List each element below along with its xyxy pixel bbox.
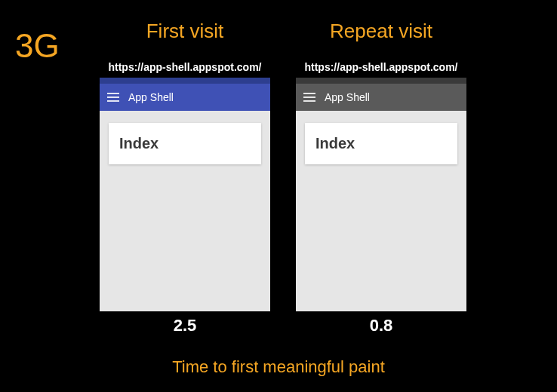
repeat-visit-heading: Repeat visit [330, 20, 432, 43]
repeat-visit-phone-screenshot: App Shell Index [296, 78, 466, 311]
app-content: Index [100, 111, 270, 311]
app-content: Index [296, 111, 466, 311]
first-visit-column: First visit https://app-shell.appspot.co… [98, 20, 272, 335]
app-bar-title: App Shell [128, 91, 174, 103]
first-visit-heading: First visit [146, 20, 224, 43]
content-card: Index [109, 123, 261, 164]
card-title: Index [315, 135, 447, 152]
app-bar: App Shell [100, 84, 270, 111]
status-bar [100, 78, 270, 84]
app-bar-title: App Shell [325, 91, 370, 103]
first-visit-timing: 2.5 [174, 316, 197, 335]
repeat-visit-column: Repeat visit https://app-shell.appspot.c… [294, 20, 468, 335]
hamburger-icon [303, 93, 315, 102]
repeat-visit-timing: 0.8 [370, 316, 393, 335]
status-bar [296, 78, 466, 84]
network-label: 3G [15, 27, 60, 65]
first-visit-url: https://app-shell.appspot.com/ [108, 61, 261, 73]
app-bar: App Shell [296, 84, 466, 111]
repeat-visit-url: https://app-shell.appspot.com/ [304, 61, 457, 73]
hamburger-icon [107, 93, 119, 102]
footer-caption: Time to first meaningful paint [0, 357, 557, 377]
first-visit-phone-screenshot: App Shell Index [100, 78, 270, 311]
content-card: Index [305, 123, 457, 164]
card-title: Index [119, 135, 251, 152]
